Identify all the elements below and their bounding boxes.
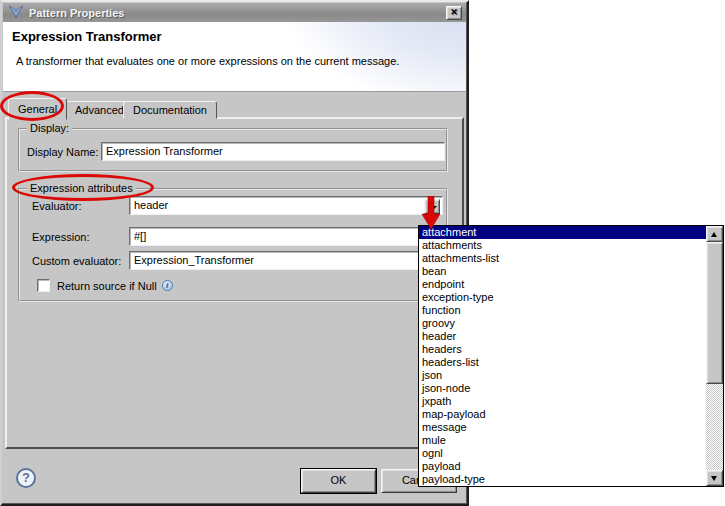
help-icon[interactable]: ?: [16, 468, 36, 488]
window-title: Pattern Properties: [29, 7, 124, 19]
scrollbar-thumb[interactable]: [706, 242, 723, 384]
tab-general-label: General: [18, 103, 57, 115]
dropdown-item[interactable]: map-payload: [419, 408, 706, 421]
evaluator-dropdown-list: attachmentattachmentsattachments-listbea…: [418, 225, 724, 487]
scroll-up-icon: [711, 232, 717, 237]
dropdown-item[interactable]: header: [419, 330, 706, 343]
page-description: A transformer that evaluates one or more…: [16, 55, 399, 67]
dropdown-item[interactable]: groovy: [419, 317, 706, 330]
dropdown-item[interactable]: endpoint: [419, 278, 706, 291]
tab-advanced-label: Advanced: [75, 104, 124, 116]
page-title: Expression Transformer: [12, 29, 162, 44]
ok-button[interactable]: OK: [301, 469, 376, 493]
tab-content-panel: [5, 117, 464, 449]
dropdown-item[interactable]: function: [419, 304, 706, 317]
tab-general[interactable]: General: [8, 98, 67, 120]
tab-documentation[interactable]: Documentation: [123, 101, 217, 119]
dropdown-item[interactable]: exception-type: [419, 291, 706, 304]
scroll-up-button[interactable]: [706, 226, 723, 242]
close-icon[interactable]: ✕: [446, 6, 462, 20]
dropdown-item[interactable]: headers: [419, 343, 706, 356]
dropdown-item[interactable]: json: [419, 369, 706, 382]
dropdown-item[interactable]: attachments: [419, 239, 706, 252]
scroll-down-icon: [711, 476, 717, 481]
dropdown-item[interactable]: payload-type: [419, 473, 706, 486]
dropdown-item[interactable]: message: [419, 421, 706, 434]
dropdown-scrollbar[interactable]: [706, 226, 723, 486]
dropdown-item[interactable]: mule: [419, 434, 706, 447]
dropdown-item[interactable]: json-node: [419, 382, 706, 395]
dropdown-item[interactable]: bean: [419, 265, 706, 278]
dropdown-item[interactable]: jxpath: [419, 395, 706, 408]
dropdown-item[interactable]: payload: [419, 460, 706, 473]
dropdown-item[interactable]: headers-list: [419, 356, 706, 369]
dropdown-item[interactable]: attachments-list: [419, 252, 706, 265]
page-background: { "window": { "title": "Pattern Properti…: [0, 0, 725, 506]
dropdown-item[interactable]: attachment: [419, 226, 706, 239]
pattern-properties-dialog: Pattern Properties ✕ Expression Transfor…: [0, 0, 469, 506]
tab-documentation-label: Documentation: [133, 104, 207, 116]
mule-logo-icon: [8, 5, 24, 20]
dropdown-items: attachmentattachmentsattachments-listbea…: [419, 226, 706, 486]
scroll-down-button[interactable]: [706, 470, 723, 486]
title-bar[interactable]: Pattern Properties ✕: [3, 3, 466, 22]
dialog-banner: Expression Transformer A transformer tha…: [3, 22, 466, 92]
dropdown-item[interactable]: ognl: [419, 447, 706, 460]
